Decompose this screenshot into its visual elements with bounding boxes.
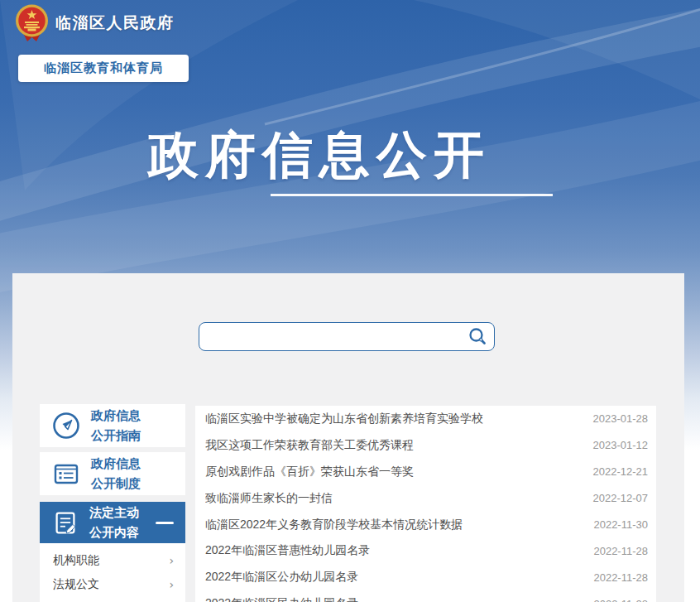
news-title[interactable]: 临淄区实验中学被确定为山东省创新素养培育实验学校 <box>205 412 483 426</box>
compass-icon <box>51 411 81 441</box>
news-title[interactable]: 临淄区2022年义务教育阶段学校基本情况统计数据 <box>205 518 463 532</box>
news-date: 2022-12-07 <box>593 492 649 504</box>
subitem-label: 机构职能 <box>53 553 99 568</box>
sidebar-item-label-line2: 公开内容 <box>89 523 139 542</box>
news-row[interactable]: 原创戏剧作品《百折》荣获山东省一等奖 2022-12-21 <box>195 459 656 485</box>
news-title[interactable]: 2022年临淄区公办幼儿园名录 <box>205 570 358 585</box>
sidebar: 政府信息 公开指南 政府信息 公开制度 <box>40 404 185 602</box>
search-input[interactable] <box>199 323 461 350</box>
title-underline <box>271 194 553 196</box>
news-row[interactable]: 2022年临淄区民办幼儿园名录 2022-11-28 <box>195 590 656 602</box>
search-button[interactable] <box>461 323 494 350</box>
national-emblem-icon <box>15 4 49 42</box>
sidebar-item-label-line2: 公开指南 <box>91 426 141 445</box>
news-row[interactable]: 我区这项工作荣获教育部关工委优秀课程 2023-01-12 <box>195 432 656 459</box>
news-date: 2022-11-30 <box>593 518 648 531</box>
news-date: 2023-01-12 <box>593 439 649 451</box>
news-title[interactable]: 致临淄师生家长的一封信 <box>205 491 333 506</box>
news-date: 2022-11-28 <box>593 545 648 557</box>
department-button[interactable]: 临淄区教育和体育局 <box>18 55 189 82</box>
news-row[interactable]: 2022年临淄区公办幼儿园名录 2022-11-28 <box>195 564 656 590</box>
news-date: 2022-12-21 <box>593 465 649 478</box>
news-list: 临淄区实验中学被确定为山东省创新素养培育实验学校 2023-01-28 我区这项… <box>195 406 656 602</box>
chevron-right-icon: › <box>169 554 174 567</box>
site-header[interactable]: 临淄区人民政府 <box>15 4 175 42</box>
sidebar-item-statutory-disclosure[interactable]: 法定主动 公开内容 <box>40 502 185 543</box>
news-title[interactable]: 2022年临淄区普惠性幼儿园名录 <box>205 543 370 558</box>
sidebar-item-label-line1: 法定主动 <box>89 503 139 523</box>
chevron-right-icon: › <box>169 578 174 591</box>
news-date: 2022-11-28 <box>593 571 648 584</box>
news-row[interactable]: 临淄区2022年义务教育阶段学校基本情况统计数据 2022-11-30 <box>195 512 656 538</box>
site-name: 临淄区人民政府 <box>55 12 175 34</box>
sidebar-item-disclosure-guide[interactable]: 政府信息 公开指南 <box>40 404 185 447</box>
news-row[interactable]: 致临淄师生家长的一封信 2022-12-07 <box>195 485 656 512</box>
page-title: 政府信息公开 <box>139 122 500 190</box>
news-title[interactable]: 我区这项工作荣获教育部关工委优秀课程 <box>205 438 414 453</box>
page: 临淄区人民政府 临淄区教育和体育局 政府信息公开 政府信息 公开指南 <box>0 0 700 602</box>
news-row[interactable]: 临淄区实验中学被确定为山东省创新素养培育实验学校 2023-01-28 <box>195 406 656 432</box>
news-date: 2022-11-28 <box>593 598 648 602</box>
news-date: 2023-01-28 <box>593 412 649 425</box>
search-box <box>199 322 495 351</box>
sidebar-item-label-line2: 公开制度 <box>91 474 141 494</box>
news-title[interactable]: 原创戏剧作品《百折》荣获山东省一等奖 <box>205 465 414 479</box>
clipboard-pencil-icon <box>51 508 79 537</box>
sidebar-item-label-line1: 政府信息 <box>91 454 141 474</box>
subitem-label: 法规公文 <box>53 577 99 592</box>
collapse-dash-icon <box>156 522 174 524</box>
sidebar-subitem-regulations[interactable]: 法规公文 › <box>40 571 185 598</box>
sidebar-item-label-line1: 政府信息 <box>91 406 141 426</box>
search-icon <box>467 327 487 347</box>
sidebar-subitem-agency-functions[interactable]: 机构职能 › <box>40 543 185 571</box>
news-row[interactable]: 2022年临淄区普惠性幼儿园名录 2022-11-28 <box>195 537 656 564</box>
document-list-icon <box>51 459 81 489</box>
sidebar-item-disclosure-system[interactable]: 政府信息 公开制度 <box>40 452 185 495</box>
news-title[interactable]: 2022年临淄区民办幼儿园名录 <box>205 596 358 602</box>
sidebar-submenu: 机构职能 › 法规公文 › <box>40 543 185 602</box>
